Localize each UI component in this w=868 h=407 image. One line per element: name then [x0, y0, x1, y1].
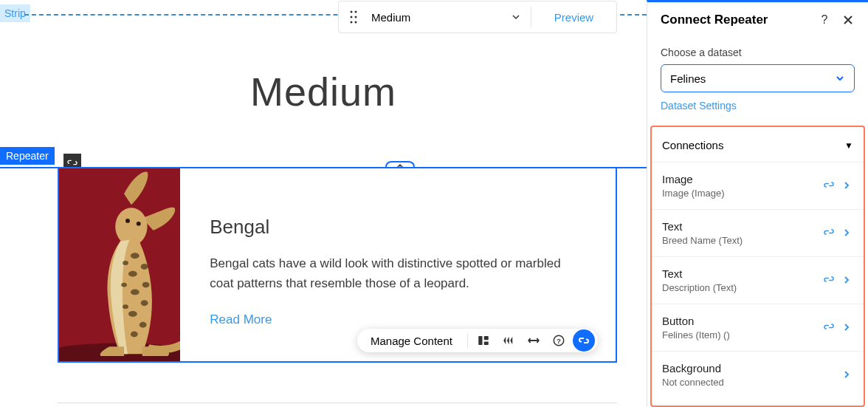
- chevron-right-icon: [843, 227, 853, 240]
- svg-point-15: [131, 289, 140, 295]
- svg-point-10: [137, 222, 141, 226]
- svg-point-8: [115, 208, 147, 245]
- connection-name: Image: [662, 173, 822, 185]
- help-icon[interactable]: ?: [548, 329, 570, 352]
- read-more-link[interactable]: Read More: [210, 312, 272, 327]
- drag-handle-icon[interactable]: [339, 10, 368, 24]
- svg-point-9: [125, 219, 130, 223]
- connections-header[interactable]: Connections ▼: [652, 127, 864, 162]
- svg-text:?: ?: [557, 337, 561, 345]
- connections-header-label: Connections: [662, 139, 723, 151]
- repeater-label[interactable]: Repeater: [0, 147, 55, 165]
- dataset-value: Felines: [670, 72, 835, 85]
- item-divider: [58, 403, 617, 403]
- preview-button[interactable]: Preview: [531, 11, 616, 24]
- item-description[interactable]: Bengal cats have a wild look with distin…: [210, 253, 586, 293]
- connection-sub: Description (Text): [662, 282, 822, 293]
- panel-title: Connect Repeater: [661, 13, 768, 27]
- svg-point-5: [355, 21, 357, 24]
- chevron-right-icon: [843, 274, 853, 287]
- layout-icon[interactable]: [472, 329, 495, 352]
- connect-data-icon[interactable]: [573, 329, 595, 352]
- svg-point-12: [141, 264, 148, 270]
- svg-point-2: [351, 16, 353, 18]
- manage-content-button[interactable]: Manage Content: [359, 335, 464, 347]
- connection-name: Button: [662, 315, 822, 327]
- animations-icon[interactable]: [497, 329, 520, 352]
- svg-rect-24: [484, 336, 489, 340]
- connect-repeater-panel: Connect Repeater ? Choose a dataset Feli…: [647, 0, 868, 407]
- svg-point-16: [141, 300, 148, 306]
- svg-point-17: [128, 311, 137, 317]
- chevron-right-icon: [843, 321, 853, 335]
- help-icon[interactable]: ?: [818, 13, 831, 27]
- svg-point-13: [128, 271, 137, 277]
- choose-dataset-label: Choose a dataset: [661, 47, 855, 58]
- divider: [467, 333, 468, 348]
- breakpoint-chevron-icon[interactable]: [501, 12, 531, 22]
- svg-point-18: [140, 322, 147, 328]
- svg-point-1: [355, 11, 357, 13]
- item-title[interactable]: Bengal: [210, 216, 586, 239]
- element-toolbar: Manage Content ?: [357, 329, 598, 352]
- strip-label[interactable]: Strip: [0, 4, 30, 22]
- link-icon: [822, 321, 836, 335]
- svg-point-14: [142, 282, 150, 288]
- svg-rect-25: [484, 342, 489, 346]
- close-icon[interactable]: [841, 13, 855, 27]
- link-icon: [822, 274, 836, 287]
- svg-point-22: [123, 304, 128, 309]
- connection-sub: Breed Name (Text): [662, 235, 822, 246]
- svg-point-20: [123, 261, 128, 265]
- svg-point-21: [121, 283, 127, 287]
- connection-name: Text: [662, 220, 822, 233]
- svg-point-19: [131, 332, 138, 338]
- dataset-settings-link[interactable]: Dataset Settings: [661, 100, 737, 112]
- chevron-right-icon: [843, 179, 853, 193]
- svg-rect-23: [478, 336, 482, 345]
- link-icon: [822, 227, 836, 240]
- chevron-down-icon: [835, 73, 845, 83]
- svg-point-11: [131, 253, 140, 259]
- chevron-right-icon: [843, 369, 853, 382]
- connection-sub: Not connected: [662, 377, 843, 388]
- connection-row[interactable]: ButtonFelines (Item) (): [652, 304, 864, 351]
- page-title: Medium: [0, 69, 647, 114]
- connection-name: Text: [662, 267, 822, 280]
- svg-point-3: [355, 16, 357, 18]
- link-icon: [822, 179, 836, 193]
- breakpoint-toolbar: Medium Preview: [338, 1, 617, 33]
- svg-point-4: [351, 21, 353, 24]
- breakpoint-name[interactable]: Medium: [368, 11, 501, 24]
- connection-row[interactable]: TextDescription (Text): [652, 256, 864, 304]
- dataset-select[interactable]: Felines: [661, 64, 855, 92]
- svg-point-0: [351, 11, 353, 13]
- connection-row[interactable]: ImageImage (Image): [652, 162, 864, 209]
- connection-name: Background: [662, 362, 843, 374]
- connection-row[interactable]: TextBreed Name (Text): [652, 209, 864, 256]
- connections-frame: Connections ▼ ImageImage (Image)TextBree…: [650, 126, 865, 407]
- connection-row[interactable]: BackgroundNot connected: [652, 351, 864, 398]
- connection-sub: Felines (Item) (): [662, 329, 822, 341]
- caret-down-icon: ▼: [844, 140, 853, 151]
- item-image[interactable]: [59, 168, 180, 361]
- stretch-icon[interactable]: [523, 329, 545, 352]
- connection-sub: Image (Image): [662, 188, 822, 199]
